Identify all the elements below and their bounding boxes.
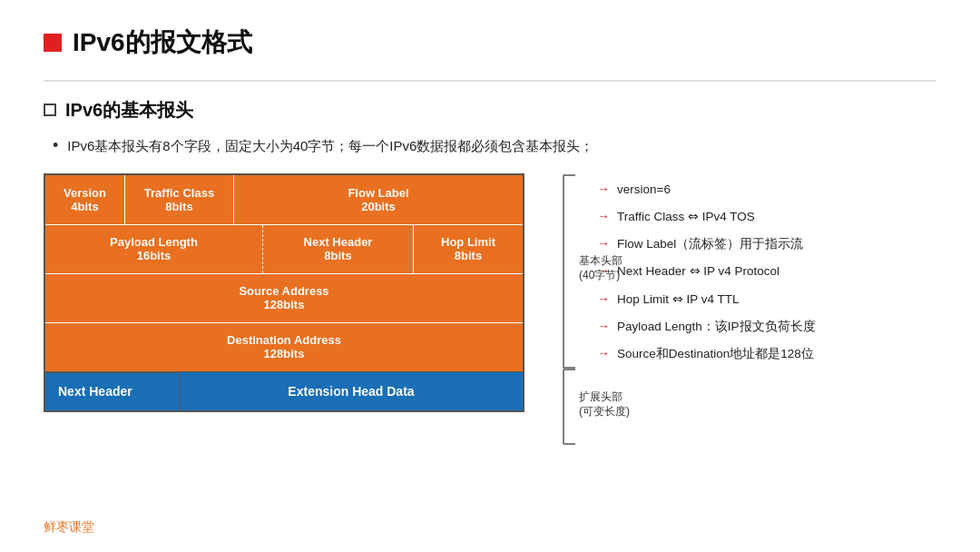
hoplimit-bits: 8bits — [455, 249, 482, 262]
bullet-text: IPv6基本报头有8个字段，固定大小为40字节；每一个IPv6数据报都必须包含基… — [67, 135, 593, 157]
extension-head-label: Extension Head Data — [288, 384, 414, 399]
packet-row-3: Source Address 128bits — [45, 273, 523, 322]
annotation-text-2: Flow Label（流标签）用于指示流 — [617, 235, 803, 253]
annotation-text-6: Source和Destination地址都是128位 — [617, 345, 814, 363]
page-title: IPv6的报文格式 — [73, 25, 252, 60]
flow-bits: 20bits — [361, 200, 396, 213]
dest-address-bits: 128bits — [264, 347, 305, 360]
cell-traffic-class: Traffic Class 8bits — [125, 175, 234, 224]
section-title-row: IPv6的基本报头 — [44, 98, 936, 123]
annotation-item-2: →Flow Label（流标签）用于指示流 — [597, 235, 936, 253]
dest-address-label: Destination Address — [227, 333, 341, 347]
page-container: IPv6的报文格式 IPv6的基本报头 • IPv6基本报头有8个字段，固定大小… — [0, 0, 980, 552]
source-address-bits: 128bits — [264, 298, 305, 311]
svg-text:基本头部: 基本头部 — [579, 254, 622, 267]
packet-row-2: Payload Length 16bits Next Header 8bits … — [45, 224, 523, 273]
payload-bits: 16bits — [137, 249, 172, 262]
bullet-row: • IPv6基本报头有8个字段，固定大小为40字节；每一个IPv6数据报都必须包… — [44, 135, 936, 157]
cell-flow-label: Flow Label 20bits — [234, 175, 523, 224]
annotation-text-3: Next Header ⇔ IP v4 Protocol — [617, 262, 779, 281]
content-area: Version 4bits Traffic Class 8bits Flow L… — [44, 173, 936, 412]
annotation-item-3: →Next Header ⇔ IP v4 Protocol — [597, 262, 936, 281]
source-address-label: Source Address — [239, 284, 328, 298]
title-divider — [44, 80, 936, 82]
traffic-label: Traffic Class — [144, 186, 214, 200]
diagram-container: Version 4bits Traffic Class 8bits Flow L… — [44, 173, 570, 412]
cell-extension-head-data: Extension Head Data — [180, 372, 523, 410]
footer: 鲜枣课堂 — [44, 518, 94, 536]
cell-next-header-blue: Next Header — [45, 372, 180, 410]
bullet-icon: • — [53, 136, 58, 155]
title-red-square — [44, 34, 62, 52]
nexthdr-bits: 8bits — [324, 249, 351, 262]
flow-label: Flow Label — [348, 186, 408, 200]
annotation-item-4: →Hop Limit ⇔ IP v4 TTL — [597, 291, 936, 309]
version-label: Version — [64, 186, 106, 200]
nexthdr-label: Next Header — [304, 235, 373, 249]
annotation-item-0: →version=6 — [597, 181, 936, 199]
annotation-item-1: →Traffic Class ⇔ IPv4 TOS — [597, 208, 936, 226]
svg-text:(可变长度): (可变长度) — [579, 405, 630, 418]
packet-row-5: Next Header Extension Head Data — [45, 371, 523, 410]
svg-text:(40字节): (40字节) — [579, 269, 620, 281]
packet-row-4: Destination Address 128bits — [45, 322, 523, 371]
title-row: IPv6的报文格式 — [44, 25, 936, 60]
section-title: IPv6的基本报头 — [65, 98, 193, 123]
hoplimit-label: Hop Limit — [441, 235, 495, 249]
section-square — [44, 104, 56, 116]
annotation-item-6: →Source和Destination地址都是128位 — [597, 345, 936, 363]
brace-svg: 基本头部 (40字节) 扩展头部 (可变长度) — [559, 173, 641, 446]
annotation-text-5: Payload Length：该IP报文负荷长度 — [617, 318, 816, 336]
packet-grid: Version 4bits Traffic Class 8bits Flow L… — [44, 173, 524, 412]
payload-label: Payload Length — [110, 235, 198, 249]
annotation-item-5: →Payload Length：该IP报文负荷长度 — [597, 318, 936, 336]
cell-hop-limit: Hop Limit 8bits — [414, 225, 523, 273]
cell-version: Version 4bits — [45, 175, 125, 224]
packet-row-1: Version 4bits Traffic Class 8bits Flow L… — [45, 175, 523, 224]
annotations-panel: →version=6→Traffic Class ⇔ IPv4 TOS→Flow… — [597, 173, 936, 373]
svg-text:扩展头部: 扩展头部 — [579, 390, 622, 403]
traffic-bits: 8bits — [165, 200, 192, 213]
footer-text: 鲜枣课堂 — [44, 519, 94, 534]
next-header-blue-label: Next Header — [58, 384, 132, 399]
cell-payload-length: Payload Length 16bits — [45, 225, 263, 273]
cell-next-header: Next Header 8bits — [263, 225, 414, 273]
version-bits: 4bits — [71, 200, 98, 213]
